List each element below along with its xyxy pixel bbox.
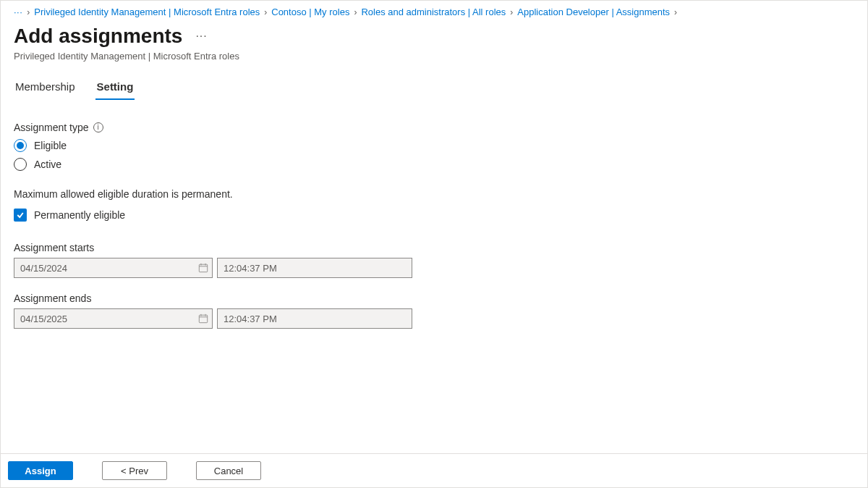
radio-eligible-label: Eligible xyxy=(34,140,67,151)
assignment-type-radio-group: Eligible Active xyxy=(14,139,854,171)
assignment-type-label: Assignment type i xyxy=(14,122,854,133)
chevron-right-icon: › xyxy=(510,7,513,17)
assignment-starts-label: Assignment starts xyxy=(14,242,854,253)
breadcrumb: ··· › Privileged Identity Management | M… xyxy=(1,1,867,20)
breadcrumb-link-roles[interactable]: Roles and administrators | All roles xyxy=(361,7,506,17)
checkbox-checked-icon xyxy=(14,209,27,222)
assign-button[interactable]: Assign xyxy=(8,461,73,480)
page-title: Add assignments xyxy=(14,25,182,48)
breadcrumb-link-appdev[interactable]: Application Developer | Assignments xyxy=(517,7,670,17)
more-actions-button[interactable]: ··· xyxy=(195,30,207,42)
tab-strip: Membership Setting xyxy=(1,75,867,100)
assignment-starts-block: Assignment starts xyxy=(14,242,854,278)
footer-bar: Assign < Prev Cancel xyxy=(1,453,867,487)
chevron-right-icon: › xyxy=(674,7,677,17)
page-subtitle: Privileged Identity Management | Microso… xyxy=(1,51,867,75)
radio-eligible-indicator xyxy=(14,139,27,152)
radio-eligible[interactable]: Eligible xyxy=(14,139,854,152)
breadcrumb-overflow[interactable]: ··· xyxy=(14,7,22,17)
svg-rect-4 xyxy=(199,315,207,323)
permanently-eligible-checkbox[interactable]: Permanently eligible xyxy=(14,209,854,222)
form-area: Assignment type i Eligible Active Maximu… xyxy=(1,100,867,356)
calendar-icon xyxy=(198,314,208,324)
chevron-right-icon: › xyxy=(354,7,357,17)
assignment-starts-time-input[interactable] xyxy=(217,258,412,278)
info-icon[interactable]: i xyxy=(93,122,103,132)
tab-membership[interactable]: Membership xyxy=(14,75,77,100)
radio-active[interactable]: Active xyxy=(14,158,854,171)
assignment-type-label-text: Assignment type xyxy=(14,122,89,133)
breadcrumb-link-pim[interactable]: Privileged Identity Management | Microso… xyxy=(34,7,260,17)
calendar-icon xyxy=(198,263,208,273)
assignment-ends-date-input[interactable] xyxy=(14,308,213,329)
radio-active-indicator xyxy=(14,158,27,171)
svg-rect-0 xyxy=(199,264,207,272)
page-header: Add assignments ··· xyxy=(1,20,867,51)
duration-note: Maximum allowed eligible duration is per… xyxy=(14,188,854,200)
prev-button[interactable]: < Prev xyxy=(102,461,167,480)
permanently-eligible-label: Permanently eligible xyxy=(34,209,125,221)
assignment-ends-time-input[interactable] xyxy=(217,308,412,329)
radio-active-label: Active xyxy=(34,159,61,170)
chevron-right-icon: › xyxy=(264,7,267,17)
assignment-ends-block: Assignment ends xyxy=(14,293,854,329)
breadcrumb-link-contoso[interactable]: Contoso | My roles xyxy=(271,7,349,17)
assignment-starts-date-input[interactable] xyxy=(14,258,213,278)
tab-setting[interactable]: Setting xyxy=(95,75,135,100)
chevron-right-icon: › xyxy=(27,7,30,17)
cancel-button[interactable]: Cancel xyxy=(196,461,261,480)
assignment-ends-label: Assignment ends xyxy=(14,293,854,304)
